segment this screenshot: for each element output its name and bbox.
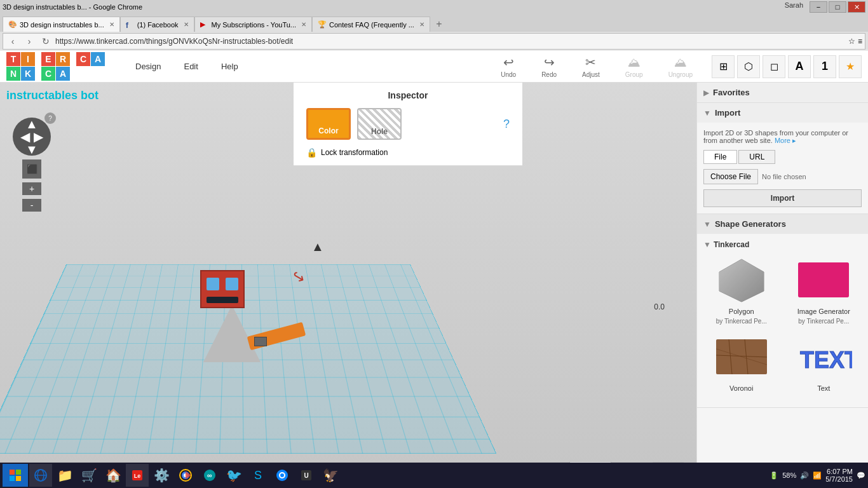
taskbar-date: 5/7/2015 <box>825 475 853 483</box>
robot-scene <box>165 203 356 362</box>
tinkercad-subsection: ▼ Tinkercad <box>703 240 862 395</box>
taskbar-ie[interactable] <box>29 464 52 487</box>
import-button[interactable]: Import <box>703 189 862 207</box>
minimize-button[interactable]: − <box>810 1 827 13</box>
close-button[interactable]: ✕ <box>848 1 865 13</box>
nav-circle[interactable]: ▲ ◀ ▶ ▼ <box>13 118 51 156</box>
grid-view-button[interactable]: ⊞ <box>712 55 735 78</box>
tab-label-facebook: (1) Facebook <box>137 21 179 29</box>
tab-youtube[interactable]: ▶ My Subscriptions - YouTu... ✕ <box>194 17 313 32</box>
redo-button[interactable]: ↪ Redo <box>535 52 563 81</box>
svg-text:∞: ∞ <box>207 471 212 479</box>
one-button[interactable]: 1 <box>813 55 836 78</box>
taskbar-volume-icon: 🔊 <box>800 471 809 480</box>
maximize-button[interactable]: □ <box>829 1 846 13</box>
taskbar-right: 🔋 58% 🔊 📶 6:07 PM 5/7/2015 💬 <box>770 468 865 483</box>
svg-text:U: U <box>304 472 308 479</box>
taskbar-thunderbird[interactable] <box>271 464 294 487</box>
tab-contest[interactable]: 🏆 Contest FAQ (Frequently ... ✕ <box>312 17 430 32</box>
hole-button[interactable]: Hole <box>357 108 402 140</box>
zoom-in-button[interactable]: + <box>22 182 41 195</box>
nav-arrows: ▲ ◀ ▶ ▼ <box>20 118 43 156</box>
up-arrow: ▲ <box>311 240 324 254</box>
taskbar-app5[interactable]: ⚙️ <box>150 464 173 487</box>
taskbar-home[interactable]: 🏠 <box>102 464 125 487</box>
shape-item-image-gen[interactable]: Image Generator by Tinkercad Pe... <box>786 254 862 325</box>
canvas-area[interactable]: instructables bot Inspector Color Hole ?… <box>0 83 696 488</box>
shape-item-text[interactable]: TEXT Text <box>786 331 862 395</box>
shapes-grid: Polygon by Tinkercad Pe... <box>703 254 862 395</box>
shape-generators-header[interactable]: ▼ Shape Generators <box>697 214 868 234</box>
lenovo-icon: Le <box>130 468 144 482</box>
start-button[interactable] <box>3 464 28 487</box>
text-tool-button[interactable]: A <box>788 55 811 78</box>
star-button[interactable]: ★ <box>839 55 862 78</box>
taskbar-store[interactable]: 🛒 <box>78 464 100 487</box>
taskbar-folder[interactable]: 📁 <box>53 464 76 487</box>
logo-cell-C: C <box>41 67 55 81</box>
menu-edit[interactable]: Edit <box>179 59 203 74</box>
back-button[interactable]: ‹ <box>6 34 20 48</box>
favorites-header[interactable]: ▶ Favorites <box>697 83 868 102</box>
tab-close-tinkercad[interactable]: ✕ <box>109 21 114 28</box>
thunderbird-icon <box>275 468 289 482</box>
menu-design[interactable]: Design <box>130 59 166 74</box>
svg-rect-13 <box>16 476 21 481</box>
color-button[interactable]: Color <box>306 108 351 140</box>
tab-close-youtube[interactable]: ✕ <box>301 21 306 28</box>
import-tab-url[interactable]: URL <box>738 150 775 164</box>
menu-icon[interactable]: ≡ <box>858 37 862 46</box>
robot-cone <box>203 305 261 362</box>
robot-mouth <box>207 297 238 303</box>
bookmark-icon[interactable]: ☆ <box>848 37 855 46</box>
taskbar-battery-icon: 🔋 <box>770 471 778 480</box>
adjust-icon: ✂ <box>585 55 596 70</box>
import-tabs: File URL <box>703 150 862 164</box>
taskbar-lenovo[interactable]: Le <box>126 464 149 487</box>
taskbar-chrome[interactable] <box>174 464 197 487</box>
no-file-text: No file chosen <box>762 173 806 180</box>
tab-label-contest: Contest FAQ (Frequently ... <box>329 21 414 29</box>
svg-marker-1 <box>719 259 764 302</box>
choose-file-button[interactable]: Choose File <box>703 169 758 184</box>
new-tab-button[interactable]: + <box>430 17 448 32</box>
taskbar-unity[interactable]: U <box>295 464 318 487</box>
tinkercad-subsection-header[interactable]: ▼ Tinkercad <box>703 240 862 249</box>
app-container: T I N K E R C A C A Design Edit Help ↩ U… <box>0 51 868 488</box>
tinkercad-subsection-title: Tinkercad <box>714 240 749 249</box>
text-gen-name: Text <box>817 384 830 392</box>
help-icon[interactable]: ? <box>503 118 510 131</box>
undo-button[interactable]: ↩ Undo <box>494 52 522 81</box>
forward-button[interactable]: › <box>22 34 36 48</box>
lock-icon: 🔒 <box>306 147 317 158</box>
import-tab-file[interactable]: File <box>703 150 737 164</box>
tab-tinkercad[interactable]: 🎨 3D design instructables b... ✕ <box>3 17 120 32</box>
nav-help-button[interactable]: ? <box>44 112 56 124</box>
tab-close-facebook[interactable]: ✕ <box>184 21 189 28</box>
shape-item-polygon[interactable]: Polygon by Tinkercad Pe... <box>703 254 780 325</box>
shape-item-voronoi[interactable]: Voronoi <box>703 331 780 395</box>
taskbar-skype[interactable]: S <box>247 464 269 487</box>
reload-button[interactable]: ↻ <box>39 34 53 48</box>
nav-controls: ▲ ◀ ▶ ▼ ? ⬛ + - <box>13 118 51 212</box>
menu-help[interactable]: Help <box>216 59 243 74</box>
title-bar-left: 3D design instructables b... - Google Ch… <box>3 3 142 11</box>
view-home-button[interactable]: ⬛ <box>22 159 41 179</box>
tab-close-contest[interactable]: ✕ <box>419 21 424 28</box>
taskbar-arduino[interactable]: ∞ <box>198 464 221 487</box>
ortho-view-button[interactable]: ◻ <box>763 55 785 78</box>
unity-icon: U <box>299 468 313 482</box>
import-header[interactable]: ▼ Import <box>697 103 868 123</box>
tab-facebook[interactable]: f (1) Facebook ✕ <box>120 17 194 32</box>
taskbar-notification-icon[interactable]: 💬 <box>857 471 865 480</box>
3d-view-button[interactable]: ⬡ <box>737 55 760 78</box>
taskbar-app7[interactable]: 🐦 <box>222 464 245 487</box>
taskbar-app9[interactable]: 🦅 <box>319 464 342 487</box>
url-input[interactable] <box>55 37 846 46</box>
group-button[interactable]: ⛰ Group <box>619 53 649 81</box>
adjust-button[interactable]: ✂ Adjust <box>576 52 606 81</box>
ungroup-button[interactable]: ⛰ Ungroup <box>662 53 699 81</box>
import-more-link[interactable]: More ▸ <box>775 137 796 144</box>
zoom-out-button[interactable]: - <box>22 199 41 212</box>
image-gen-name: Image Generator <box>797 308 850 315</box>
